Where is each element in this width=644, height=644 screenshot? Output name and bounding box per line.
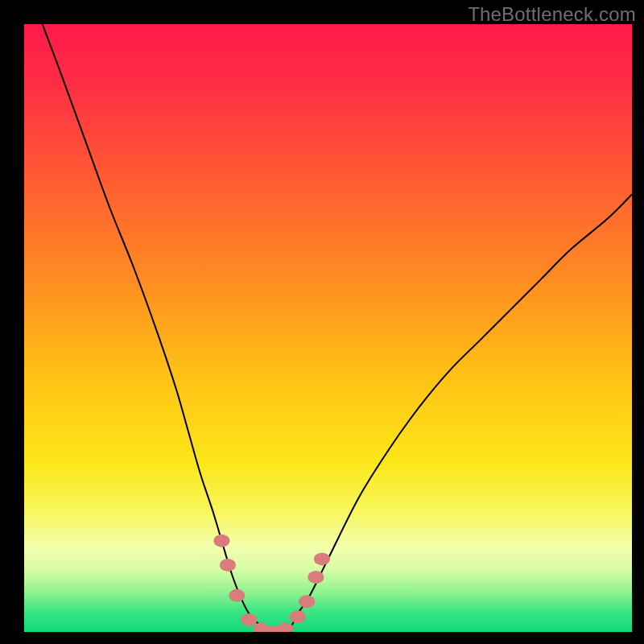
marker xyxy=(241,613,257,626)
svg-point-5 xyxy=(230,589,243,602)
marker xyxy=(299,595,315,608)
plot-area xyxy=(24,24,632,632)
marker xyxy=(213,535,229,547)
gradient-background xyxy=(24,24,632,632)
svg-point-17 xyxy=(300,595,313,608)
marker xyxy=(290,610,306,623)
svg-point-1 xyxy=(215,535,228,547)
marker xyxy=(314,552,330,565)
watermark-text: TheBottleneck.com xyxy=(468,3,636,26)
svg-point-7 xyxy=(242,613,255,626)
marker xyxy=(220,559,236,572)
svg-point-15 xyxy=(291,610,304,623)
marker xyxy=(308,571,324,584)
svg-point-21 xyxy=(316,552,328,565)
bottleneck-chart-svg xyxy=(24,24,632,632)
svg-point-3 xyxy=(221,559,234,572)
svg-point-19 xyxy=(309,571,322,584)
marker xyxy=(229,589,245,602)
chart-frame: TheBottleneck.com xyxy=(0,0,644,644)
